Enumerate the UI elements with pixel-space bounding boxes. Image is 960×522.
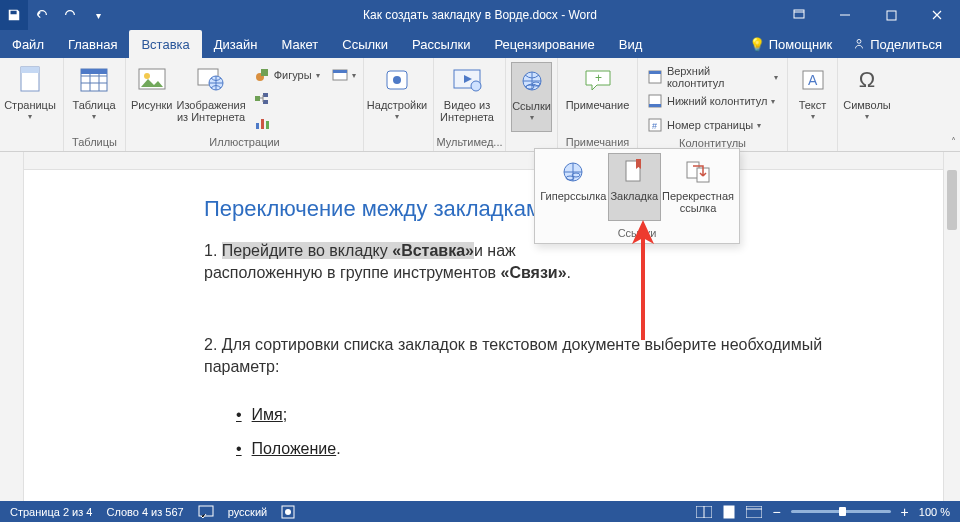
view-readmode-button[interactable] [696,506,712,518]
bookmark-button[interactable]: Закладка [608,153,661,221]
zoom-slider[interactable] [791,510,891,513]
vertical-scrollbar[interactable] [943,152,960,501]
view-weblayout-button[interactable] [746,506,762,518]
pages-label: Страницы [4,99,56,111]
footer-icon [647,93,663,109]
tab-references[interactable]: Ссылки [330,30,400,58]
tab-layout[interactable]: Макет [269,30,330,58]
hyperlink-button[interactable]: Гиперссылка [539,153,608,221]
ribbon-options-button[interactable] [776,0,822,30]
collapse-ribbon-button[interactable]: ˄ [951,136,956,147]
save-button[interactable] [0,0,28,30]
zoom-level[interactable]: 100 % [919,506,950,518]
tab-view[interactable]: Вид [607,30,655,58]
tab-home[interactable]: Главная [56,30,129,58]
table-button[interactable]: Таблица▾ [69,62,119,132]
status-page[interactable]: Страница 2 из 4 [10,506,92,518]
redo-button[interactable] [56,0,84,30]
zoom-in-button[interactable]: + [901,504,909,520]
ribbon-group-links: Ссылки▾ [506,58,558,151]
chart-button[interactable] [250,112,324,134]
svg-text:+: + [595,71,602,85]
pages-button[interactable]: Страницы▾ [5,62,55,132]
header-label: Верхний колонтитул [667,65,770,89]
tab-file[interactable]: Файл [0,30,56,58]
document-area: Переключение между закладками 1. Перейди… [0,152,960,501]
table-label: Таблица [72,99,115,111]
ribbon: Страницы▾ Таблица▾ Таблицы Рисунки Изобр… [0,58,960,152]
maximize-button[interactable] [868,0,914,30]
screenshot-button[interactable]: ▾ [328,64,360,86]
svg-rect-48 [746,506,762,518]
addins-icon [381,64,413,96]
page-icon [14,64,46,96]
svg-rect-1 [887,11,896,20]
text-label: Текст [799,99,827,111]
tab-review[interactable]: Рецензирование [482,30,606,58]
list-item: Положение. [236,432,943,466]
tab-design[interactable]: Дизайн [202,30,270,58]
macro-record-icon[interactable] [281,505,295,519]
online-video-button[interactable]: Видео из Интернета [439,62,495,132]
status-words[interactable]: Слово 4 из 567 [106,506,183,518]
undo-button[interactable] [28,0,56,30]
tab-mailings[interactable]: Рассылки [400,30,482,58]
pagenum-icon: # [647,117,663,133]
pictures-label: Рисунки [131,99,173,111]
minimize-button[interactable] [822,0,868,30]
share-icon [852,37,866,51]
svg-text:A: A [808,72,818,88]
horizontal-ruler[interactable] [24,152,943,170]
svg-rect-20 [333,70,347,73]
svg-rect-16 [256,123,259,129]
spellcheck-icon[interactable] [198,505,214,519]
header-button[interactable]: Верхний колонтитул ▾ [643,66,782,88]
text-button[interactable]: A Текст▾ [793,62,832,132]
document-page[interactable]: Переключение между закладками 1. Перейди… [24,170,943,501]
close-button[interactable] [914,0,960,30]
footer-button[interactable]: Нижний колонтитул ▾ [643,90,782,112]
shapes-label: Фигуры [274,69,312,81]
tell-me-button[interactable]: 💡 Помощник [741,37,841,52]
tab-insert[interactable]: Вставка [129,30,201,58]
group-label-tables: Таблицы [64,135,125,151]
svg-point-45 [285,509,291,515]
table-icon [78,64,110,96]
group-label-symbols [838,135,896,151]
zoom-out-button[interactable]: − [772,504,780,520]
bookmark-icon [620,158,648,186]
lightbulb-icon: 💡 [749,37,765,52]
online-pictures-button[interactable]: Изображения из Интернета [177,62,246,132]
addins-label: Надстройки [367,99,427,111]
screenshot-icon [332,67,348,83]
header-icon [647,69,663,85]
link-icon [516,65,548,97]
qat-customize-button[interactable]: ▾ [84,0,112,30]
links-button[interactable]: Ссылки▾ [511,62,552,132]
title-bar: ▾ Как создать закладку в Ворде.docx - Wo… [0,0,960,30]
group-label-illustrations: Иллюстрации [126,135,363,151]
page-number-button[interactable]: #Номер страницы ▾ [643,114,782,136]
svg-rect-6 [81,69,107,74]
ribbon-group-pages: Страницы▾ [0,58,64,151]
share-button[interactable]: Поделиться [844,37,950,52]
view-printlayout-button[interactable] [722,505,736,519]
pictures-button[interactable]: Рисунки [131,62,173,132]
smartart-button[interactable] [250,88,324,110]
ribbon-tabs: Файл Главная Вставка Дизайн Макет Ссылки… [0,30,960,58]
addins-button[interactable]: Надстройки▾ [369,62,425,132]
vertical-ruler[interactable] [0,152,24,501]
links-popup-group-label: Ссылки [535,225,739,243]
crossref-button[interactable]: Перекрестная ссылка [661,153,735,221]
comment-button[interactable]: + Примечание [563,62,632,132]
shapes-button[interactable]: Фигуры ▾ [250,64,324,86]
status-bar: Страница 2 из 4 Слово 4 из 567 русский −… [0,501,960,522]
bookmark-label: Закладка [610,190,658,202]
symbols-button[interactable]: Ω Символы▾ [843,62,891,132]
online-video-label: Видео из Интернета [439,99,495,123]
ribbon-group-comments: + Примечание Примечания [558,58,638,151]
shapes-icon [254,67,270,83]
status-language[interactable]: русский [228,506,267,518]
pagenum-label: Номер страницы [667,119,753,131]
ribbon-group-media: Видео из Интернета Мультимед... [434,58,506,151]
